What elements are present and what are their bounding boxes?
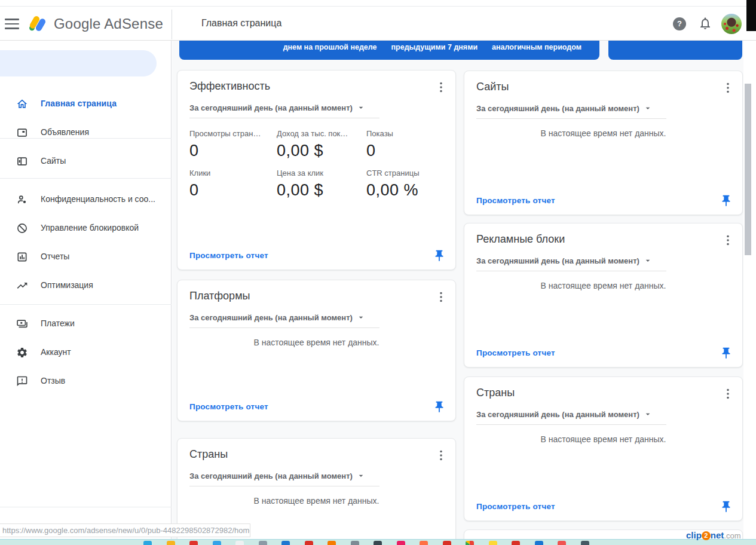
view-report-link[interactable]: Просмотреть отчет <box>476 196 555 205</box>
more-options-icon[interactable] <box>434 80 448 94</box>
sidebar-item-privacy[interactable]: Конфиденциальность и соо... <box>0 185 172 214</box>
view-report-link[interactable]: Просмотреть отчет <box>476 502 555 511</box>
taskbar-app-icon[interactable] <box>328 541 336 545</box>
chevron-down-icon <box>356 103 366 112</box>
taskbar-app-icon[interactable] <box>213 541 221 545</box>
taskbar-app-icon[interactable] <box>305 541 313 545</box>
sidebar-item-feedback[interactable]: Отзыв <box>0 367 172 396</box>
feedback-icon <box>16 375 28 387</box>
empty-state-text: В настоящее время нет данных. <box>177 496 455 506</box>
chevron-down-icon <box>356 471 366 480</box>
card-sites: Сайты За сегодняшний день (на данный мом… <box>464 71 743 215</box>
period-dropdown[interactable]: За сегодняшний день (на данный момент) <box>189 311 366 323</box>
sidebar-item-sites[interactable]: Сайты <box>0 147 172 176</box>
taskbar-app-icon[interactable] <box>558 541 566 545</box>
block-icon <box>16 222 28 234</box>
metric-page-views: Просмотры стран… 0 <box>189 129 261 160</box>
taskbar-app-icon[interactable] <box>143 541 152 545</box>
more-options-icon[interactable] <box>721 81 735 95</box>
more-options-icon[interactable] <box>721 387 735 401</box>
clip2net-watermark: clip2net.com <box>686 530 741 540</box>
menu-icon[interactable] <box>5 19 19 29</box>
card-title: Сайты <box>476 81 509 93</box>
more-options-icon[interactable] <box>434 290 448 304</box>
more-options-icon[interactable] <box>721 233 735 247</box>
sidebar-item-home[interactable]: Главная страница <box>0 90 172 118</box>
metric-clicks: Клики 0 <box>189 169 210 200</box>
period-dropdown[interactable]: За сегодняшний день (на данный момент) <box>476 102 653 114</box>
divider <box>189 327 379 328</box>
metric-rpm: Доход за тыс. пок… 0,00 $ <box>277 129 348 160</box>
card-title: Рекламные блоки <box>476 233 565 246</box>
pin-icon[interactable] <box>720 347 733 360</box>
card-ad-units: Рекламные блоки За сегодняшний день (на … <box>464 223 743 368</box>
card-title: Эффективность <box>189 80 270 93</box>
view-report-link[interactable]: Просмотреть отчет <box>189 402 268 411</box>
notifications-bell-icon[interactable] <box>698 16 712 30</box>
taskbar-app-icon[interactable] <box>466 541 474 545</box>
sidebar-item-reports[interactable]: Отчеты <box>0 243 172 271</box>
period-dropdown[interactable]: За сегодняшний день (на данный момент) <box>476 408 653 420</box>
taskbar-app-icon[interactable] <box>259 541 267 545</box>
period-dropdown[interactable]: За сегодняшний день (на данный момент) <box>476 255 653 267</box>
sidebar-item-account[interactable]: Аккаунт <box>0 338 172 367</box>
browser-top-strip <box>0 0 756 7</box>
taskbar-app-icon[interactable] <box>374 541 382 545</box>
privacy-icon <box>16 194 28 206</box>
view-report-link[interactable]: Просмотреть отчет <box>189 251 268 260</box>
more-options-icon[interactable] <box>434 448 448 463</box>
sites-icon <box>16 155 28 167</box>
taskbar-app-icon[interactable] <box>420 541 428 545</box>
sidebar-item-blocking[interactable]: Управление блокировкой <box>0 214 172 243</box>
card-title: Страны <box>476 387 515 399</box>
taskbar-app-icon[interactable] <box>443 541 451 545</box>
comparison-option-last-week: днем на прошлой неделе <box>283 43 377 60</box>
pin-icon[interactable] <box>720 194 733 207</box>
card-title: Платформы <box>189 290 250 302</box>
avatar[interactable] <box>721 14 742 34</box>
chevron-down-icon <box>356 313 366 322</box>
pin-icon[interactable] <box>433 400 446 414</box>
scrollbar-thumb[interactable] <box>745 84 751 255</box>
header: Google AdSense Главная страница ? <box>0 7 756 41</box>
banner-side-card <box>608 41 742 60</box>
taskbar-app-icon[interactable] <box>535 541 543 545</box>
help-icon[interactable]: ? <box>673 17 686 30</box>
settings-gear-icon <box>16 347 28 359</box>
taskbar-app-icon[interactable] <box>512 541 520 545</box>
trending-up-icon <box>16 280 28 292</box>
home-icon <box>16 98 28 110</box>
brand-name: Google AdSense <box>54 16 163 32</box>
sidebar-item-ads[interactable]: Объявления <box>0 118 172 147</box>
metric-page-ctr: CTR страницы 0,00 % <box>366 169 419 200</box>
sidebar-item-payments[interactable]: Платежи <box>0 310 172 338</box>
taskbar-app-icon[interactable] <box>489 541 497 545</box>
taskbar-app-icon[interactable] <box>281 541 290 545</box>
sidebar-divider-2 <box>0 304 172 305</box>
view-report-link[interactable]: Просмотреть отчет <box>476 348 555 357</box>
sidebar: Главная страница Объявления Сайты Конфид… <box>0 41 172 545</box>
page-title: Главная страница <box>201 18 281 29</box>
taskbar-app-icon[interactable] <box>581 541 589 545</box>
adsense-logo-icon <box>26 13 49 38</box>
period-dropdown[interactable]: За сегодняшний день (на данный момент) <box>189 102 366 114</box>
taskbar-app-icon[interactable] <box>397 541 405 545</box>
chevron-down-icon <box>643 103 653 113</box>
active-item-highlight <box>0 50 157 76</box>
pin-icon[interactable] <box>720 500 733 513</box>
divider <box>476 118 666 119</box>
taskbar-app-icon[interactable] <box>167 541 175 545</box>
period-dropdown[interactable]: За сегодняшний день (на данный момент) <box>189 470 366 482</box>
status-bar-url: https://www.google.com/adsense/new/u/0/p… <box>0 523 250 537</box>
taskbar-app-icon[interactable] <box>235 541 244 545</box>
taskbar-app-icon[interactable] <box>189 541 198 545</box>
empty-state-text: В настоящее время нет данных. <box>464 434 742 444</box>
payments-icon <box>16 318 28 330</box>
taskbar-app-icon[interactable] <box>351 541 359 545</box>
divider <box>476 424 666 425</box>
sidebar-item-optimization[interactable]: Оптимизация <box>0 271 172 300</box>
pin-icon[interactable] <box>433 249 446 262</box>
empty-state-text: В настоящее время нет данных. <box>177 338 455 347</box>
sidebar-footer-divider <box>0 507 172 507</box>
main-content: днем на прошлой неделе предыдущими 7 дня… <box>172 41 756 545</box>
